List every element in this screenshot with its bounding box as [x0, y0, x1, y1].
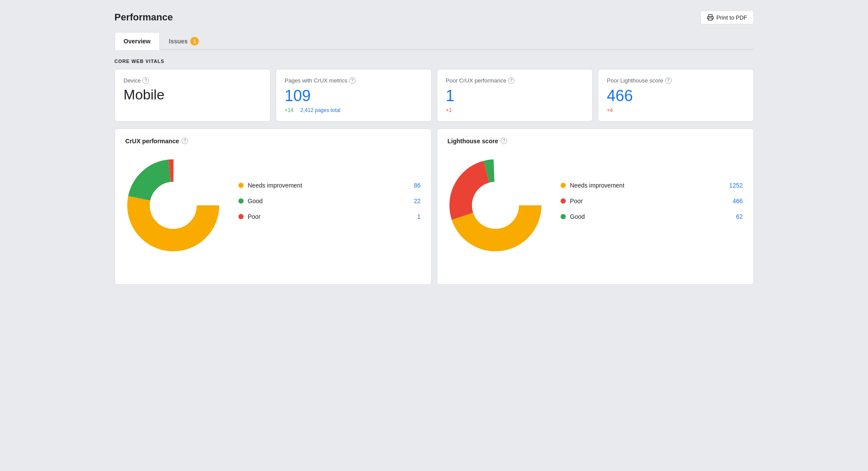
tab-issues[interactable]: Issues 1 [160, 32, 208, 50]
poor-lighthouse-change: +4 [607, 107, 613, 113]
crux-value-good[interactable]: 22 [403, 198, 421, 204]
issues-badge: 1 [190, 37, 199, 46]
pages-crux-total[interactable]: 2,412 pages total [300, 107, 340, 113]
poor-crux-value: 1 [446, 87, 584, 105]
lh-donut-center [472, 182, 519, 229]
crux-label-good: Good [248, 198, 399, 204]
lh-dot-needs-improvement [561, 183, 566, 188]
lighthouse-chart-content: Needs improvement 1252 Poor 466 Good 62 [448, 153, 743, 257]
tab-issues-label: Issues [169, 38, 188, 45]
lighthouse-donut-svg [448, 158, 543, 253]
tab-bar: Overview Issues 1 [115, 31, 754, 50]
print-to-pdf-button[interactable]: Print to PDF [700, 10, 754, 24]
crux-value-poor[interactable]: 1 [403, 213, 421, 220]
poor-lighthouse-sub: +4 [607, 107, 745, 113]
crux-donut [125, 158, 221, 253]
poor-crux-change: +1 [446, 107, 452, 113]
lighthouse-chart-card: Lighthouse score ? [437, 128, 754, 285]
lighthouse-chart-title: Lighthouse score ? [448, 138, 743, 145]
lighthouse-legend: Needs improvement 1252 Poor 466 Good 62 [561, 182, 743, 229]
lh-dot-good [561, 214, 566, 219]
poor-lighthouse-help-icon[interactable]: ? [665, 77, 672, 84]
lh-dot-poor [561, 198, 566, 204]
print-label: Print to PDF [716, 14, 747, 21]
crux-donut-svg [125, 158, 221, 253]
lh-legend-poor: Poor 466 [561, 198, 743, 204]
poor-lighthouse-card: Poor Lighthouse score ? 466 +4 [598, 69, 754, 122]
crux-chart-card: CrUX performance ? [115, 128, 432, 285]
crux-donut-center [150, 182, 197, 229]
crux-chart-title: CrUX performance ? [125, 138, 421, 145]
crux-legend: Needs improvement 86 Good 22 Poor 1 [238, 182, 421, 229]
crux-dot-needs-improvement [238, 183, 244, 188]
pages-crux-value: 109 [285, 87, 422, 105]
crux-chart-content: Needs improvement 86 Good 22 Poor 1 [125, 153, 421, 257]
pages-crux-card: Pages with CrUX metrics ? 109 +14 2,412 … [276, 69, 432, 122]
lh-label-needs-improvement: Needs improvement [570, 182, 721, 189]
lh-label-good: Good [570, 213, 721, 220]
lh-legend-good: Good 62 [561, 213, 743, 220]
pages-crux-sub: +14 2,412 pages total [285, 107, 422, 113]
poor-lighthouse-label: Poor Lighthouse score ? [607, 77, 745, 84]
pages-crux-help-icon[interactable]: ? [349, 77, 356, 84]
chart-cards-row: CrUX performance ? [115, 128, 754, 285]
lighthouse-chart-help-icon[interactable]: ? [501, 138, 507, 144]
metric-cards-row: Device ? Mobile Pages with CrUX metrics … [115, 69, 754, 122]
device-value: Mobile [124, 87, 261, 102]
lh-value-good[interactable]: 62 [726, 213, 743, 220]
svg-rect-0 [709, 18, 712, 20]
crux-label-needs-improvement: Needs improvement [248, 182, 399, 189]
crux-label-poor: Poor [248, 213, 399, 220]
poor-crux-help-icon[interactable]: ? [508, 77, 515, 84]
device-label: Device ? [124, 77, 261, 84]
lh-legend-needs-improvement: Needs improvement 1252 [561, 182, 743, 189]
crux-legend-poor: Poor 1 [238, 213, 421, 220]
device-card: Device ? Mobile [115, 69, 271, 122]
crux-legend-good: Good 22 [238, 198, 421, 204]
crux-dot-good [238, 198, 244, 204]
lighthouse-donut [448, 158, 543, 253]
print-icon [707, 14, 714, 21]
poor-lighthouse-value: 466 [607, 87, 745, 105]
poor-crux-sub: +1 [446, 107, 584, 113]
crux-value-needs-improvement[interactable]: 86 [403, 182, 421, 189]
tab-overview-label: Overview [124, 38, 151, 45]
poor-crux-card: Poor CrUX performance ? 1 +1 [437, 69, 593, 122]
poor-crux-label: Poor CrUX performance ? [446, 77, 584, 84]
pages-crux-label: Pages with CrUX metrics ? [285, 77, 422, 84]
crux-dot-poor [238, 214, 244, 219]
crux-chart-help-icon[interactable]: ? [182, 138, 188, 144]
tab-overview[interactable]: Overview [115, 32, 160, 50]
lh-value-poor[interactable]: 466 [726, 198, 743, 204]
lh-value-needs-improvement[interactable]: 1252 [726, 182, 743, 189]
pages-crux-change: +14 [285, 107, 294, 113]
crux-legend-needs-improvement: Needs improvement 86 [238, 182, 421, 189]
section-label: CORE WEB VITALS [115, 59, 754, 64]
lh-label-poor: Poor [570, 198, 721, 204]
device-help-icon[interactable]: ? [142, 77, 149, 84]
page-title: Performance [115, 12, 173, 23]
